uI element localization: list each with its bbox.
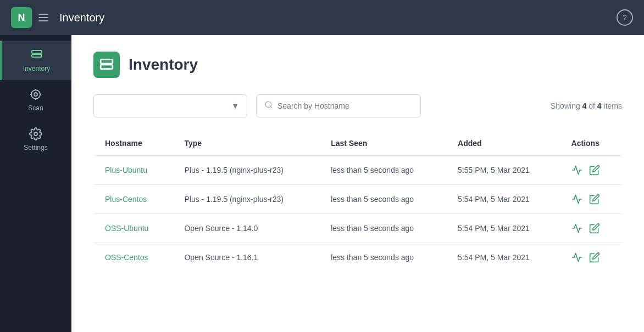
edit-icon[interactable] — [589, 194, 600, 205]
cell-actions — [560, 185, 622, 214]
activity-icon[interactable] — [571, 252, 582, 263]
svg-rect-10 — [101, 65, 113, 69]
filter-dropdown[interactable]: ▼ — [93, 94, 247, 117]
activity-icon[interactable] — [571, 223, 582, 234]
svg-point-11 — [265, 102, 271, 108]
svg-point-8 — [34, 132, 37, 136]
col-last-seen: Last Seen — [320, 131, 447, 156]
activity-icon[interactable] — [571, 194, 582, 205]
sidebar: Inventory Scan — [0, 35, 71, 332]
svg-line-12 — [270, 106, 272, 108]
sidebar-item-scan[interactable]: Scan — [0, 80, 71, 120]
toolbar: ▼ Showing 4 of 4 items — [93, 94, 622, 117]
table-header: Hostname Type Last Seen Added Actions — [94, 131, 622, 156]
inventory-icon — [30, 48, 43, 61]
sidebar-inventory-label: Inventory — [23, 65, 50, 72]
table-row: OSS-Centos Open Source - 1.16.1 less tha… — [94, 243, 622, 272]
table-row: Plus-Centos Plus - 1.19.5 (nginx-plus-r2… — [94, 185, 622, 214]
cell-type: Plus - 1.19.5 (nginx-plus-r23) — [173, 156, 320, 185]
hostname-link[interactable]: OSS-Centos — [105, 253, 148, 262]
inventory-table: Hostname Type Last Seen Added Actions Pl… — [93, 131, 622, 272]
sidebar-item-settings[interactable]: Settings — [0, 120, 71, 159]
svg-rect-1 — [32, 54, 42, 57]
col-actions: Actions — [560, 131, 622, 156]
settings-icon — [29, 127, 42, 140]
chevron-down-icon: ▼ — [231, 102, 239, 110]
cell-actions — [560, 243, 622, 272]
page-header: Inventory — [93, 52, 622, 78]
hostname-link[interactable]: OSS-Ubuntu — [105, 224, 148, 233]
search-box — [256, 94, 421, 117]
app-logo: N — [11, 7, 32, 28]
search-input[interactable] — [277, 102, 413, 110]
scan-icon — [29, 88, 42, 101]
activity-icon[interactable] — [571, 165, 582, 176]
col-type: Type — [173, 131, 320, 156]
col-hostname: Hostname — [94, 131, 174, 156]
cell-type: Plus - 1.19.5 (nginx-plus-r23) — [173, 185, 320, 214]
cell-added: 5:54 PM, 5 Mar 2021 — [447, 243, 560, 272]
cell-last-seen: less than 5 seconds ago — [320, 185, 447, 214]
svg-point-2 — [31, 90, 40, 99]
table-row: Plus-Ubuntu Plus - 1.19.5 (nginx-plus-r2… — [94, 156, 622, 185]
search-icon — [264, 100, 273, 111]
svg-rect-9 — [101, 59, 113, 64]
page-title: Inventory — [129, 56, 198, 74]
cell-hostname: Plus-Ubuntu — [94, 156, 174, 185]
cell-actions — [560, 214, 622, 243]
edit-icon[interactable] — [589, 252, 600, 263]
cell-hostname: OSS-Ubuntu — [94, 214, 174, 243]
table-row: OSS-Ubuntu Open Source - 1.14.0 less tha… — [94, 214, 622, 243]
hostname-link[interactable]: Plus-Ubuntu — [105, 166, 147, 175]
cell-hostname: OSS-Centos — [94, 243, 174, 272]
col-added: Added — [447, 131, 560, 156]
help-button[interactable]: ? — [617, 9, 633, 26]
topbar: N Inventory ? — [0, 0, 644, 35]
cell-type: Open Source - 1.14.0 — [173, 214, 320, 243]
main-layout: Inventory Scan — [0, 35, 644, 332]
cell-last-seen: less than 5 seconds ago — [320, 243, 447, 272]
table-body: Plus-Ubuntu Plus - 1.19.5 (nginx-plus-r2… — [94, 156, 622, 272]
content-area: Inventory ▼ Showing 4 of 4 items — [71, 35, 644, 332]
svg-rect-0 — [32, 50, 42, 53]
cell-type: Open Source - 1.16.1 — [173, 243, 320, 272]
hostname-link[interactable]: Plus-Centos — [105, 195, 147, 204]
hamburger-menu[interactable] — [38, 14, 48, 21]
cell-added: 5:54 PM, 5 Mar 2021 — [447, 214, 560, 243]
cell-added: 5:55 PM, 5 Mar 2021 — [447, 156, 560, 185]
sidebar-item-inventory[interactable]: Inventory — [0, 41, 71, 80]
edit-icon[interactable] — [589, 223, 600, 234]
sidebar-scan-label: Scan — [28, 104, 43, 112]
svg-point-3 — [34, 93, 37, 96]
topbar-title: Inventory — [59, 12, 617, 24]
page-header-icon — [93, 52, 120, 78]
cell-last-seen: less than 5 seconds ago — [320, 156, 447, 185]
sidebar-settings-label: Settings — [24, 144, 47, 151]
cell-added: 5:54 PM, 5 Mar 2021 — [447, 185, 560, 214]
showing-count: Showing 4 of 4 items — [551, 102, 622, 110]
cell-last-seen: less than 5 seconds ago — [320, 214, 447, 243]
cell-hostname: Plus-Centos — [94, 185, 174, 214]
edit-icon[interactable] — [589, 165, 600, 176]
cell-actions — [560, 156, 622, 185]
